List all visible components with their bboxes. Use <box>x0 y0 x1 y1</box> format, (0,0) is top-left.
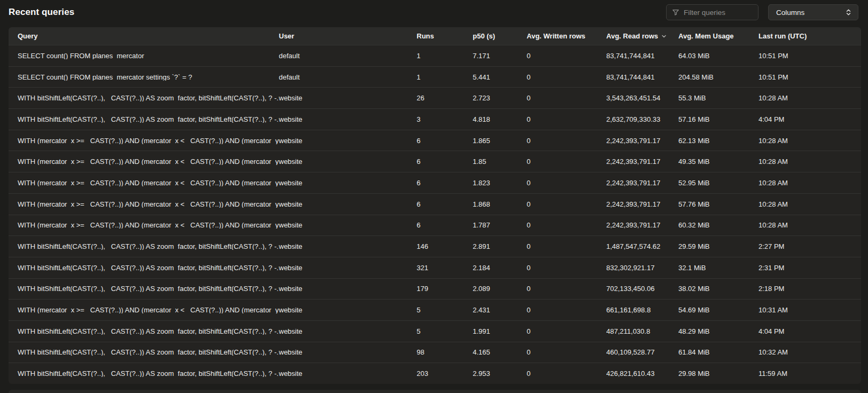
user-cell: website <box>279 137 417 144</box>
p50-cell: 1.823 <box>473 179 527 186</box>
last-run-cell: 4:04 PM <box>758 328 861 335</box>
written-rows-cell: 0 <box>527 137 606 144</box>
query-cell: WITH bitShiftLeft(CAST(?..), _CAST(?..))… <box>9 95 279 101</box>
read-rows-cell: 702,133,450.06 <box>606 285 678 292</box>
query-cell: SELECT count() FROM planes_mercator sett… <box>9 74 279 81</box>
query-cell: WITH bitShiftLeft(CAST(?..), _CAST(?..))… <box>9 349 279 356</box>
mem-usage-cell: 204.58 MiB <box>678 74 758 81</box>
table-row[interactable]: WITH (mercator_x >= _CAST(?..)) AND (mer… <box>9 130 861 151</box>
table-body: SELECT count() FROM planes_mercator defa… <box>9 45 861 384</box>
table-row[interactable]: SELECT count() FROM planes_mercator sett… <box>9 66 861 88</box>
written-rows-cell: 0 <box>527 179 606 186</box>
mem-usage-cell: 29.59 MiB <box>678 243 758 250</box>
mem-usage-cell: 60.32 MiB <box>678 222 758 229</box>
query-cell: WITH (mercator_x >= _CAST(?..)) AND (mer… <box>9 306 279 313</box>
table-row[interactable]: WITH (mercator_x >= _CAST(?..)) AND (mer… <box>9 215 861 236</box>
last-run-cell: 2:31 PM <box>758 264 861 271</box>
read-rows-cell: 83,741,744,841 <box>606 52 678 59</box>
user-cell: website <box>279 179 417 186</box>
column-header-query[interactable]: Query <box>9 32 279 40</box>
p50-cell: 2.953 <box>473 370 527 377</box>
last-run-cell: 10:32 AM <box>758 349 861 356</box>
runs-cell: 179 <box>417 285 473 292</box>
runs-cell: 6 <box>417 179 473 186</box>
p50-cell: 2.089 <box>473 285 527 292</box>
mem-usage-cell: 49.35 MiB <box>678 158 758 165</box>
mem-usage-cell: 29.98 MiB <box>678 370 758 377</box>
written-rows-cell: 0 <box>527 370 606 377</box>
read-rows-cell: 426,821,610.43 <box>606 370 678 377</box>
user-cell: default <box>279 74 417 81</box>
table-row[interactable]: WITH (mercator_x >= _CAST(?..)) AND (mer… <box>9 193 861 215</box>
query-cell: WITH (mercator_x >= _CAST(?..)) AND (mer… <box>9 137 279 144</box>
mem-usage-cell: 61.84 MiB <box>678 349 758 356</box>
query-cell: WITH bitShiftLeft(CAST(?..), _CAST(?..))… <box>9 264 279 271</box>
table-row[interactable]: WITH bitShiftLeft(CAST(?..), _CAST(?..))… <box>9 278 861 300</box>
column-header-avg-mem-usage[interactable]: Avg. Mem Usage <box>678 32 758 40</box>
mem-usage-cell: 62.13 MiB <box>678 137 758 144</box>
p50-cell: 2.184 <box>473 264 527 271</box>
read-rows-cell: 1,487,547,574.62 <box>606 243 678 250</box>
table-row[interactable]: WITH (mercator_x >= _CAST(?..)) AND (mer… <box>9 299 861 320</box>
mem-usage-cell: 54.69 MiB <box>678 306 758 313</box>
read-rows-cell: 832,302,921.17 <box>606 264 678 271</box>
written-rows-cell: 0 <box>527 285 606 292</box>
user-cell: default <box>279 52 417 59</box>
written-rows-cell: 0 <box>527 349 606 356</box>
query-cell: WITH (mercator_x >= _CAST(?..)) AND (mer… <box>9 179 279 186</box>
filter-queries-input[interactable] <box>684 9 753 17</box>
runs-cell: 6 <box>417 201 473 208</box>
read-rows-cell: 2,242,393,791.17 <box>606 222 678 229</box>
user-cell: website <box>279 222 417 229</box>
column-header-last-run-utc[interactable]: Last run (UTC) <box>758 32 861 40</box>
p50-cell: 7.171 <box>473 52 527 59</box>
p50-cell: 2.431 <box>473 306 527 313</box>
p50-cell: 1.865 <box>473 137 527 144</box>
query-cell: WITH (mercator_x >= _CAST(?..)) AND (mer… <box>9 201 279 208</box>
table-row[interactable]: WITH bitShiftLeft(CAST(?..), _CAST(?..))… <box>9 235 861 257</box>
written-rows-cell: 0 <box>527 264 606 271</box>
column-header-runs[interactable]: Runs <box>417 32 473 40</box>
user-cell: website <box>279 285 417 292</box>
column-header-avg-written-rows[interactable]: Avg. Written rows <box>527 32 606 40</box>
table-row[interactable]: WITH bitShiftLeft(CAST(?..), _CAST(?..))… <box>9 87 861 108</box>
sort-chevron-down-icon <box>661 34 667 39</box>
column-header-avg-read-rows[interactable]: Avg. Read rows <box>606 32 678 40</box>
mem-usage-cell: 64.03 MiB <box>678 52 758 59</box>
column-header-user[interactable]: User <box>279 32 417 40</box>
recent-queries-table: Query User Runs p50 (s) Avg. Written row… <box>9 27 861 384</box>
user-cell: website <box>279 370 417 377</box>
columns-select[interactable]: Columns <box>768 4 858 20</box>
query-cell: WITH bitShiftLeft(CAST(?..), _CAST(?..))… <box>9 328 279 335</box>
written-rows-cell: 0 <box>527 52 606 59</box>
written-rows-cell: 0 <box>527 328 606 335</box>
p50-cell: 5.441 <box>473 74 527 81</box>
table-row[interactable]: WITH (mercator_x >= _CAST(?..)) AND (mer… <box>9 172 861 193</box>
runs-cell: 321 <box>417 264 473 271</box>
query-cell: WITH bitShiftLeft(CAST(?..), _CAST(?..))… <box>9 285 279 292</box>
table-row[interactable]: WITH bitShiftLeft(CAST(?..), _CAST(?..))… <box>9 363 861 384</box>
table-row[interactable]: SELECT count() FROM planes_mercator defa… <box>9 45 861 66</box>
table-row[interactable]: WITH bitShiftLeft(CAST(?..), _CAST(?..))… <box>9 342 861 363</box>
read-rows-cell: 3,543,263,451.54 <box>606 95 678 101</box>
query-cell: WITH (mercator_x >= _CAST(?..)) AND (mer… <box>9 158 279 165</box>
table-row[interactable]: WITH bitShiftLeft(CAST(?..), _CAST(?..))… <box>9 108 861 130</box>
last-run-cell: 2:27 PM <box>758 243 861 250</box>
next-section-sliver <box>9 390 861 393</box>
mem-usage-cell: 57.76 MiB <box>678 201 758 208</box>
runs-cell: 203 <box>417 370 473 377</box>
toolbar: Columns <box>666 4 858 20</box>
chevron-up-down-icon <box>846 9 851 16</box>
mem-usage-cell: 38.02 MiB <box>678 285 758 292</box>
table-row[interactable]: WITH (mercator_x >= _CAST(?..)) AND (mer… <box>9 151 861 172</box>
user-cell: website <box>279 264 417 271</box>
runs-cell: 6 <box>417 158 473 165</box>
filter-queries-input-wrap[interactable] <box>666 4 758 20</box>
p50-cell: 1.868 <box>473 201 527 208</box>
mem-usage-cell: 55.3 MiB <box>678 95 758 101</box>
p50-cell: 2.723 <box>473 95 527 101</box>
table-row[interactable]: WITH bitShiftLeft(CAST(?..), _CAST(?..))… <box>9 320 861 342</box>
written-rows-cell: 0 <box>527 243 606 250</box>
table-row[interactable]: WITH bitShiftLeft(CAST(?..), _CAST(?..))… <box>9 257 861 278</box>
column-header-p50-s[interactable]: p50 (s) <box>473 32 527 40</box>
